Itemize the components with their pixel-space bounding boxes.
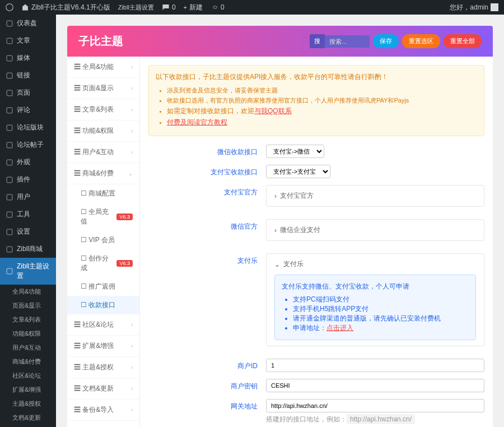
sidebar-sub[interactable]: 全局&功能 — [0, 285, 56, 299]
nav-group[interactable]: ☰ 页面&显示› — [67, 78, 139, 99]
merchant-id-input[interactable] — [266, 359, 484, 372]
nav-sub[interactable]: ☐ VIP 会员 — [67, 231, 139, 249]
nav-group[interactable]: ☰ 全局&功能› — [67, 57, 139, 78]
apply-link[interactable]: 点击进入 — [326, 324, 353, 332]
save-button[interactable]: 保存 — [373, 34, 399, 48]
sidebar-item-comment[interactable]: 评论 — [0, 101, 56, 119]
nav-group[interactable]: ☰ 备份&导入› — [67, 400, 139, 421]
sidebar-item-cart[interactable]: Zibll商城 — [0, 240, 56, 258]
sidebar-sub[interactable]: 用户&互动 — [0, 341, 56, 355]
nav-group[interactable]: ☰ 功能&权限› — [67, 120, 139, 142]
sidebar-item-link[interactable]: 链接 — [0, 67, 56, 84]
sidebar-item-setting[interactable]: 设置 — [0, 223, 56, 240]
sidebar-item-plugin[interactable]: 插件 — [0, 171, 56, 188]
nav-group[interactable]: ☰ 社区&论坛› — [67, 314, 139, 336]
nav-group[interactable]: ☰ 文档&更新› — [67, 378, 139, 400]
search-input[interactable] — [325, 35, 370, 48]
svg-point-0 — [6, 4, 13, 11]
nav-group[interactable]: ☰ 商城&付费⌄ — [67, 163, 139, 184]
theme-link[interactable]: Zibll主题设置 — [118, 3, 154, 12]
svg-rect-4 — [7, 73, 12, 78]
admin-bar: Zibll子比主题V6.4.1开心版 Zibll主题设置 0 + 新建 0 您好… — [0, 0, 504, 15]
sidebar-item-user[interactable]: 用户 — [0, 188, 56, 206]
notice-item: 涉及到资金及信息安全，请妥善保管主题 — [167, 86, 477, 95]
sidebar-item-page[interactable]: 页面 — [0, 84, 56, 101]
user-greeting[interactable]: 您好，admin — [450, 3, 498, 12]
admin-sidebar: 仪表盘文章媒体链接页面评论论坛版块论坛帖子外观插件用户工具设置Zibll商城Zi… — [0, 15, 56, 427]
svg-rect-12 — [7, 212, 12, 217]
new-content[interactable]: + 新建 — [184, 3, 203, 12]
panel-title: 子比主题 — [78, 34, 123, 49]
merchant-secret-input[interactable] — [266, 379, 484, 392]
nav-sub[interactable]: ☐ 推广返佣 — [67, 277, 139, 296]
sidebar-sub[interactable]: 文档&更新 — [0, 411, 56, 425]
sidebar-sub[interactable]: 页面&显示 — [0, 299, 56, 313]
sidebar-sub[interactable]: 功能&权限 — [0, 327, 56, 341]
qq-link[interactable]: 与我QQ联系 — [254, 107, 292, 115]
svg-rect-10 — [7, 177, 12, 183]
nav-group[interactable]: ☰ 扩展&增强› — [67, 336, 139, 357]
svg-rect-15 — [7, 268, 12, 274]
nav-sub[interactable]: ☐ 创作分成V6.3 — [67, 249, 139, 277]
sidebar-item-forum[interactable]: 论坛版块 — [0, 119, 56, 136]
comments-count[interactable]: 0 — [162, 3, 176, 11]
svg-rect-8 — [7, 142, 12, 148]
avatar-icon — [491, 3, 498, 11]
nav-sub[interactable]: ☐ 全局充值V6.3 — [67, 203, 139, 231]
alipay-gateway-select[interactable]: 支付宝->支付宝 — [266, 165, 330, 178]
notice-item: 如需定制对接收款接口，欢迎与我QQ联系 — [167, 106, 477, 116]
svg-rect-11 — [7, 194, 12, 200]
sidebar-sub[interactable]: 扩展&增强 — [0, 383, 56, 397]
reset-all-button[interactable]: 重置全部 — [444, 34, 482, 48]
sidebar-item-media[interactable]: 媒体 — [0, 49, 56, 67]
notice-box: 以下收款接口，子比主题仅提供API接入服务，收款平台的可靠性请自行斟酌！ 涉及到… — [148, 65, 484, 136]
sidebar-sub[interactable]: 主题&授权 — [0, 397, 56, 411]
notice-item: 付费及阅读官方教程 — [167, 118, 477, 127]
svg-rect-6 — [7, 108, 12, 113]
svg-rect-7 — [7, 125, 12, 131]
svg-rect-3 — [7, 55, 12, 61]
alipay-official-section[interactable]: › 支付宝官方 — [266, 185, 484, 207]
nav-sub[interactable]: ☐ 收款接口 — [67, 296, 139, 314]
gateway-input[interactable] — [266, 399, 484, 412]
merchant-secret-label: 商户密钥 — [148, 379, 266, 391]
nav-sub[interactable]: ☐ 商城配置 — [67, 184, 139, 203]
site-name[interactable]: Zibll子比主题V6.4.1开心版 — [21, 3, 110, 12]
zhifule-info: 支付乐支持微信、支付宝收款，个人可申请 支持PC端扫码支付 支持手机H5跳转AP… — [274, 275, 476, 340]
notice-title: 以下收款接口，子比主题仅提供API接入服务，收款平台的可靠性请自行斟酌！ — [156, 72, 477, 82]
search-label: 搜 — [310, 34, 325, 48]
sidebar-item-gear[interactable]: Zibll主题设置 — [0, 258, 56, 285]
gateway-hint: 搭建好的接口地址，例如：http://api.hwzhan.cn/ — [266, 415, 484, 424]
notice-item: 收款接口选用，有官方执照的商家推荐使用官方接口，个人用户推荐使用讯虎PAY和Pa… — [167, 96, 477, 105]
wechat-gateway-select[interactable]: 支付宝->微信 — [266, 145, 324, 158]
sidebar-sub[interactable]: 商城&付费 — [0, 355, 56, 369]
nav-group[interactable]: ☰ 用户&互动› — [67, 142, 139, 163]
sidebar-sub[interactable]: 社区&论坛 — [0, 369, 56, 383]
links-count[interactable]: 0 — [211, 3, 225, 11]
sidebar-item-dashboard[interactable]: 仪表盘 — [0, 15, 56, 32]
gateway-label: 网关地址 — [148, 399, 266, 411]
settings-main: 以下收款接口，子比主题仅提供API接入服务，收款平台的可靠性请自行斟酌！ 涉及到… — [140, 57, 493, 427]
panel-header: 子比主题 搜 保存 重置选区 重置全部 — [67, 26, 493, 57]
wechat-gateway-label: 微信收款接口 — [148, 145, 266, 157]
nav-group[interactable]: ☰ 主题&授权› — [67, 357, 139, 378]
svg-rect-9 — [7, 160, 12, 165]
sidebar-sub[interactable]: 备份&导入 — [0, 425, 56, 427]
sidebar-item-forum[interactable]: 论坛帖子 — [0, 136, 56, 154]
svg-rect-5 — [7, 90, 12, 96]
reset-section-button[interactable]: 重置选区 — [402, 34, 440, 48]
sidebar-sub[interactable]: 文章&列表 — [0, 313, 56, 327]
sidebar-item-appearance[interactable]: 外观 — [0, 154, 56, 171]
sidebar-item-tool[interactable]: 工具 — [0, 206, 56, 223]
wechat-official-section[interactable]: › 微信企业支付 — [266, 219, 484, 241]
zhifule-label: 支付乐 — [148, 253, 266, 266]
wechat-official-label: 微信官方 — [148, 219, 266, 231]
settings-panel: 子比主题 搜 保存 重置选区 重置全部 ☰ 全局&功能›☰ 页面&显示›☰ 文章… — [67, 26, 493, 427]
tutorial-link[interactable]: 付费及阅读官方教程 — [167, 118, 227, 126]
svg-rect-13 — [7, 229, 12, 235]
nav-group[interactable]: ☰ 文章&列表› — [67, 99, 139, 120]
zhifule-section: ⌄ 支付乐 支付乐支持微信、支付宝收款，个人可申请 支持PC端扫码支付 支持手机… — [266, 253, 484, 346]
wp-logo[interactable] — [6, 3, 13, 11]
sidebar-item-post[interactable]: 文章 — [0, 32, 56, 49]
alipay-gateway-label: 支付宝收款接口 — [148, 165, 266, 177]
